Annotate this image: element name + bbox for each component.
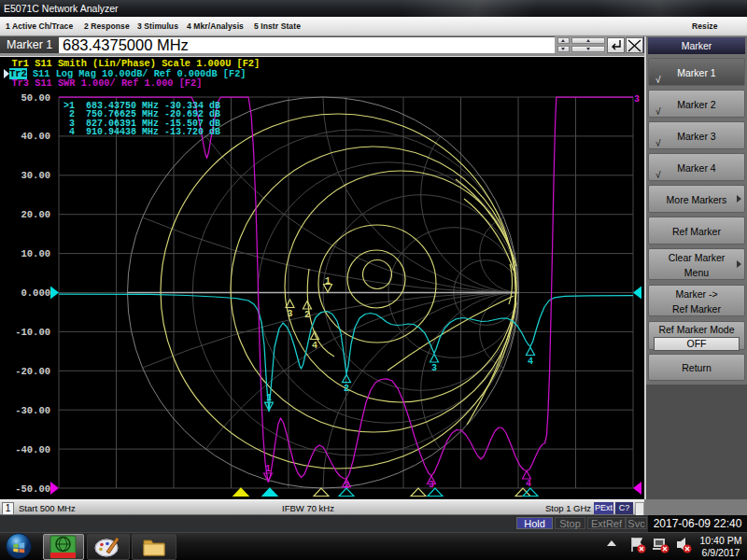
svg-text:50.00: 50.00 xyxy=(21,92,50,104)
svg-text:-40.00: -40.00 xyxy=(15,444,50,455)
svg-text:1: 1 xyxy=(325,276,331,287)
svg-text:2: 2 xyxy=(344,481,349,491)
svg-text:2: 2 xyxy=(304,310,310,320)
svg-text:-20.00: -20.00 xyxy=(15,366,50,377)
svg-text:10.00: 10.00 xyxy=(21,248,50,259)
svg-text:-10.00: -10.00 xyxy=(15,327,50,338)
svg-text:4: 4 xyxy=(312,341,317,351)
svg-text:-50.00: -50.00 xyxy=(15,483,50,495)
svg-text:0.000: 0.000 xyxy=(21,287,50,299)
svg-text:4: 4 xyxy=(528,357,533,367)
svg-text:1: 1 xyxy=(265,464,271,474)
svg-text:40.00: 40.00 xyxy=(21,131,50,142)
svg-text:-30.00: -30.00 xyxy=(15,405,50,416)
svg-text:30.00: 30.00 xyxy=(21,170,50,181)
svg-text:3: 3 xyxy=(287,309,292,319)
svg-text:1: 1 xyxy=(266,393,272,403)
svg-text:4 910.94438 MHz -13.720 dB: 4 910.94438 MHz -13.720 dB xyxy=(63,127,220,137)
svg-text:3: 3 xyxy=(634,94,640,105)
svg-text:2: 2 xyxy=(344,384,349,394)
svg-text:3: 3 xyxy=(429,480,434,490)
svg-text:20.00: 20.00 xyxy=(21,209,50,220)
svg-text:3: 3 xyxy=(431,363,437,373)
